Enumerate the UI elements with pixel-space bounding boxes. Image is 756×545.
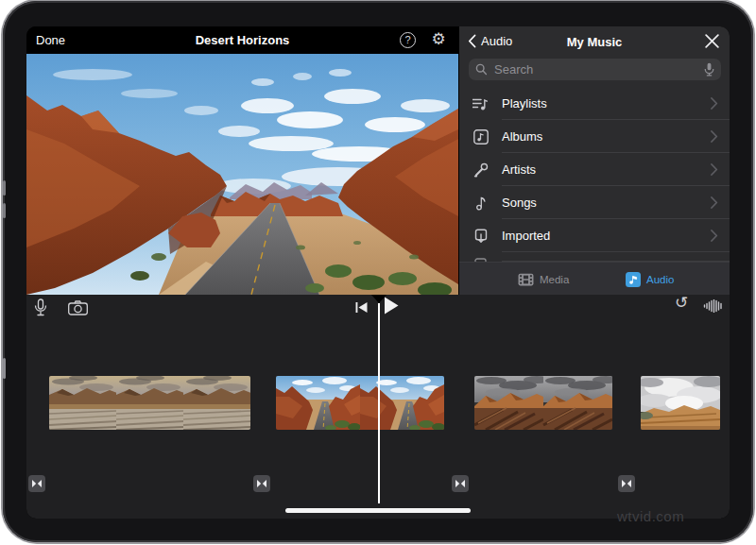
music-category-list: Playlists Albums [459, 87, 730, 262]
audio-waveform-toggle-icon[interactable] [703, 299, 723, 313]
playhead-notch [371, 295, 387, 303]
list-item-artists[interactable]: Artists [459, 153, 730, 186]
transition-marker[interactable] [618, 475, 635, 492]
list-item-label: Songs [502, 196, 537, 210]
chevron-right-icon [711, 230, 718, 242]
list-item-label: Albums [502, 129, 542, 144]
app-screen: Done Desert Horizons ? ⚙ [26, 26, 730, 519]
list-item-playlists[interactable]: Playlists [459, 87, 730, 120]
panel-header: Audio My Music [459, 26, 730, 58]
chevron-right-icon [711, 196, 718, 209]
tab-media[interactable]: Media [518, 263, 569, 296]
list-item-imported[interactable]: Imported [459, 219, 730, 252]
close-icon [705, 34, 719, 48]
tab-label: Audio [646, 274, 674, 285]
chevron-right-icon [711, 130, 718, 143]
undo-icon[interactable]: ↺ [675, 297, 688, 310]
playhead-line[interactable] [378, 303, 380, 503]
settings-gear-icon[interactable]: ⚙ [429, 29, 448, 50]
timeline-clip-2[interactable] [276, 376, 444, 430]
list-item-label: Playlists [502, 96, 547, 111]
list-item-partial [459, 252, 730, 262]
watermark: wtvid.com [617, 508, 684, 524]
timeline-clip-1[interactable] [49, 376, 250, 430]
timeline-clip-4[interactable] [641, 376, 720, 430]
playlist-icon [472, 96, 490, 111]
transition-marker[interactable] [28, 475, 45, 492]
tab-label: Media [540, 274, 569, 285]
list-item-songs[interactable]: Songs [459, 186, 730, 219]
project-top-bar: Done Desert Horizons ? ⚙ [26, 26, 458, 54]
search-input[interactable] [492, 61, 699, 77]
voiceover-mic-button[interactable] [34, 298, 47, 316]
project-title: Desert Horizons [26, 33, 458, 47]
tab-audio[interactable]: Audio [626, 263, 674, 296]
song-note-icon [472, 196, 490, 211]
artist-mic-icon [472, 162, 490, 178]
timeline-area[interactable]: ↺ [26, 295, 730, 519]
import-icon [472, 229, 490, 244]
search-icon [475, 63, 488, 76]
skip-to-start-button[interactable] [355, 301, 368, 314]
list-item-albums[interactable]: Albums [459, 120, 730, 153]
close-panel-button[interactable] [705, 34, 719, 48]
video-preview-viewer[interactable] [26, 54, 458, 295]
search-bar[interactable] [469, 59, 721, 80]
dictation-mic-icon[interactable] [704, 62, 714, 77]
volume-button [3, 180, 6, 196]
camera-button[interactable] [68, 300, 88, 315]
help-icon[interactable]: ? [400, 32, 416, 48]
chevron-right-icon [711, 163, 718, 176]
side-switch [3, 358, 6, 379]
desert-road-photo [26, 54, 458, 295]
media-audio-tabbar: Media Audio [459, 262, 730, 295]
timeline-clip-3[interactable] [474, 376, 612, 430]
home-indicator[interactable] [285, 508, 471, 513]
list-item-label: Artists [502, 162, 536, 177]
media-library-panel: Audio My Music [458, 26, 730, 295]
filmstrip-icon [518, 273, 534, 286]
album-icon [472, 129, 490, 145]
panel-title: My Music [459, 35, 730, 49]
volume-button [3, 203, 6, 218]
chevron-right-icon [711, 97, 718, 110]
transition-marker[interactable] [452, 475, 469, 492]
music-note-icon [626, 272, 641, 287]
list-item-label: Imported [502, 229, 550, 243]
transition-marker[interactable] [253, 475, 270, 492]
